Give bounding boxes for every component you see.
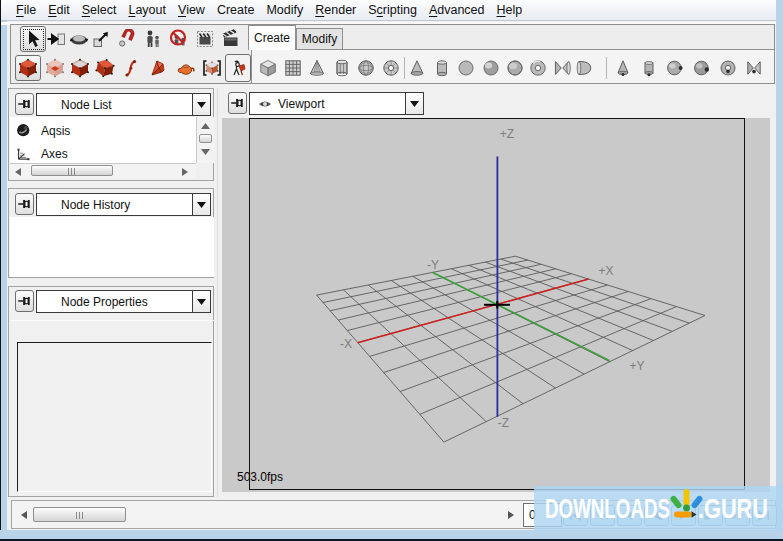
menu-item-view[interactable]: View xyxy=(172,1,211,19)
torus-button[interactable] xyxy=(528,58,548,78)
snap-tool[interactable] xyxy=(118,29,138,49)
node-history-combo-arrow[interactable] xyxy=(192,194,210,215)
select-tool[interactable] xyxy=(23,29,43,49)
faces-cube-button[interactable] xyxy=(70,58,90,78)
node-properties-panel-selector[interactable]: Node Properties xyxy=(36,290,211,313)
quadric-torus-button[interactable] xyxy=(718,58,738,78)
node-list-vscroll-thumb[interactable] xyxy=(199,134,212,143)
node-list-item-label: Aqsis xyxy=(41,124,70,138)
pushpin-icon xyxy=(16,194,33,214)
node-properties-pin-button[interactable] xyxy=(15,290,34,312)
polygon-cube-button[interactable] xyxy=(18,58,38,78)
quadric-sphere-a-button[interactable] xyxy=(665,58,685,78)
quadric-sphere-b-button[interactable] xyxy=(692,58,712,78)
mesh-instance-button[interactable] xyxy=(202,58,222,78)
cube-brackets-icon xyxy=(202,58,222,78)
mirror-cube-button[interactable] xyxy=(95,58,115,78)
hyperboloid-button[interactable] xyxy=(552,58,572,78)
curve-button[interactable] xyxy=(123,58,143,78)
watermark-text-left: DOWNLOADS xyxy=(545,493,670,524)
cone-button[interactable] xyxy=(407,58,427,78)
redcube-icon xyxy=(18,58,38,78)
menu-item-render[interactable]: Render xyxy=(309,1,362,19)
node-history-pin-button[interactable] xyxy=(15,193,34,215)
menu-bar: FileEditSelectLayoutViewCreateModifyRend… xyxy=(1,0,776,21)
viewport-panel-selector[interactable]: Viewport xyxy=(249,92,424,115)
poly-cone-button[interactable] xyxy=(307,58,327,78)
scroll-up-icon[interactable] xyxy=(201,123,210,129)
cylinder-button[interactable] xyxy=(432,58,452,78)
quadric-cylinder-button[interactable] xyxy=(639,58,659,78)
menu-item-select[interactable]: Select xyxy=(76,1,123,19)
menu-item-modify[interactable]: Modify xyxy=(260,1,309,19)
ggrid-icon xyxy=(283,58,303,78)
teapot-icon xyxy=(176,58,196,78)
viewport-pin-button[interactable] xyxy=(228,92,247,114)
gcyl-icon xyxy=(432,58,452,78)
window-border-bottom-blue xyxy=(0,530,783,539)
viewport-combo-arrow[interactable] xyxy=(405,93,423,114)
paraboloid-button[interactable] xyxy=(574,58,594,78)
teapot-button[interactable] xyxy=(176,58,196,78)
node-properties-combo-arrow[interactable] xyxy=(192,291,210,312)
node-list-pin-button[interactable] xyxy=(15,93,34,115)
node-history-list xyxy=(10,217,214,277)
poly-sphere-button[interactable] xyxy=(356,58,376,78)
menu-item-edit[interactable]: Edit xyxy=(42,1,76,19)
node-list-item-aqsis[interactable]: Aqsis xyxy=(16,121,186,141)
scroll-right-icon[interactable] xyxy=(508,511,514,519)
node-list-combo-arrow[interactable] xyxy=(192,94,210,115)
quadric-cone-button[interactable] xyxy=(613,58,633,78)
redcube-rot-icon xyxy=(95,58,115,78)
scroll-left-icon[interactable] xyxy=(15,168,21,176)
poly-grid-button[interactable] xyxy=(283,58,303,78)
polyhedron-button[interactable] xyxy=(148,58,168,78)
node-list-hscroll-thumb[interactable] xyxy=(31,165,113,176)
shaded-sphere-button[interactable] xyxy=(481,58,501,78)
instance-cube-button[interactable] xyxy=(45,58,65,78)
menu-item-advanced[interactable]: Advanced xyxy=(423,1,491,19)
render-frame-button[interactable] xyxy=(221,29,241,49)
node-list-item-axes[interactable]: Axes xyxy=(16,144,186,164)
gcyl-dot-icon xyxy=(639,58,659,78)
node-history-panel-selector[interactable]: Node History xyxy=(36,193,211,216)
gsphere-dot2-icon xyxy=(692,58,712,78)
menu-item-scripting[interactable]: Scripting xyxy=(362,1,423,19)
menu-item-file[interactable]: File xyxy=(10,1,42,19)
chevron-down-icon xyxy=(197,202,206,208)
sphere-button[interactable] xyxy=(456,58,476,78)
viewport-panel-title: Viewport xyxy=(278,97,324,111)
axis-label-plusminus-Y: +Y xyxy=(629,359,644,373)
scroll-right-icon[interactable] xyxy=(182,168,188,176)
scale-tool[interactable] xyxy=(91,29,111,49)
node-list-panel-selector[interactable]: Node List xyxy=(36,93,211,116)
unparent-tool[interactable] xyxy=(169,29,189,49)
quadric-hyperboloid-button[interactable] xyxy=(744,58,764,78)
parent-tool[interactable] xyxy=(143,29,163,49)
poly-torus-button[interactable] xyxy=(381,58,401,78)
axis-label-minus-Z: -Z xyxy=(498,416,509,430)
node-list-vscrollbar[interactable] xyxy=(196,117,214,163)
viewport-3d-view[interactable]: +Z-Y+X-X+Y-Z503.0fps xyxy=(222,118,770,492)
poly-cube-button[interactable] xyxy=(258,58,278,78)
tab-modify[interactable]: Modify xyxy=(296,28,343,49)
rotate-tool[interactable] xyxy=(69,29,89,49)
menu-item-layout[interactable]: Layout xyxy=(122,1,172,19)
poly-cylinder-button[interactable] xyxy=(332,58,352,78)
timeline-scrollbar[interactable] xyxy=(12,501,522,528)
gbullet-icon xyxy=(574,58,594,78)
scroll-down-icon[interactable] xyxy=(201,149,210,155)
bones-button[interactable] xyxy=(228,58,248,78)
menu-item-help[interactable]: Help xyxy=(491,1,529,19)
timeline-scroll-thumb[interactable] xyxy=(33,507,126,522)
render-preview-button[interactable] xyxy=(195,29,215,49)
move-tool[interactable] xyxy=(46,29,66,49)
node-history-panel: Node History xyxy=(8,188,214,278)
tab-create[interactable]: Create xyxy=(248,25,296,50)
menu-item-create[interactable]: Create xyxy=(211,1,261,19)
scroll-left-icon[interactable] xyxy=(21,511,27,519)
column-splitter[interactable] xyxy=(217,88,218,497)
node-list-hscrollbar[interactable] xyxy=(10,163,196,178)
node-properties-frame xyxy=(17,342,212,492)
disk-button[interactable] xyxy=(505,58,525,78)
